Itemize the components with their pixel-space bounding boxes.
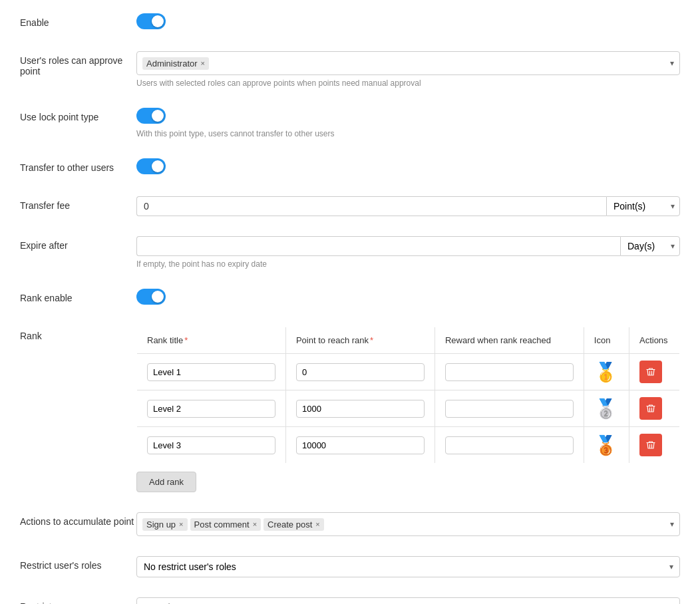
admin-tag-remove[interactable]: × xyxy=(201,59,205,67)
required-star-points: * xyxy=(370,335,373,345)
restrict-users-content xyxy=(136,597,680,604)
rank-icon-cell: 🥉 xyxy=(584,427,629,464)
delete-rank-button[interactable] xyxy=(639,397,662,420)
transfer-fee-input-group: Point(s) Percent(%) xyxy=(136,196,680,216)
col-reward: Reward when rank reached xyxy=(435,327,584,354)
rank-points-input[interactable] xyxy=(296,363,425,381)
rank-enable-label: Rank enable xyxy=(20,289,136,303)
accumulate-content: Sign up×Post comment×Create post×▾ xyxy=(136,512,680,536)
rank-reward-cell xyxy=(435,427,584,464)
delete-rank-button[interactable] xyxy=(639,434,662,456)
expire-unit-wrapper: Day(s) xyxy=(620,236,680,256)
rank-title-input[interactable] xyxy=(147,363,275,381)
restrict-roles-select-wrapper: No restrict user's roles xyxy=(136,556,680,577)
rank-content: Rank title* Point to reach rank* Reward … xyxy=(136,327,680,492)
trash-icon xyxy=(646,404,655,413)
accumulate-tag: Create post× xyxy=(263,518,324,531)
roles-select[interactable]: Administrator × ▾ xyxy=(136,51,680,75)
rank-title-input[interactable] xyxy=(147,436,275,454)
rank-table-header: Rank title* Point to reach rank* Reward … xyxy=(137,327,680,354)
expire-label: Expire after xyxy=(20,236,136,251)
required-star-title: * xyxy=(184,335,188,345)
lock-point-toggle[interactable] xyxy=(136,108,166,124)
transfer-fee-unit-wrapper: Point(s) Percent(%) xyxy=(606,196,680,216)
lock-point-hint: With this point type, users cannot trans… xyxy=(136,129,680,138)
rank-medal-icon: 🥇 xyxy=(594,361,619,383)
rank-actions-cell xyxy=(629,427,679,464)
col-icon: Icon xyxy=(584,327,629,354)
rank-label: Rank xyxy=(20,327,136,341)
rank-actions-cell xyxy=(629,390,679,427)
rank-icon-cell: 🥇 xyxy=(584,354,629,390)
enable-row: Enable xyxy=(20,13,680,38)
enable-toggle[interactable] xyxy=(136,13,166,29)
roles-row: User's roles can approve point Administr… xyxy=(20,51,680,94)
roles-dropdown-arrow: ▾ xyxy=(670,59,674,68)
transfer-fee-content: Point(s) Percent(%) xyxy=(136,196,680,216)
expire-content: Day(s) If empty, the point has no expiry… xyxy=(136,236,680,269)
rank-medal-icon: 🥉 xyxy=(594,434,619,456)
col-points: Point to reach rank* xyxy=(285,327,435,354)
accumulate-tag-remove[interactable]: × xyxy=(179,520,183,528)
roles-hint: Users with selected roles can approve po… xyxy=(136,78,680,88)
lock-point-content: With this point type, users cannot trans… xyxy=(136,108,680,138)
restrict-users-input[interactable] xyxy=(136,597,680,604)
expire-input[interactable] xyxy=(136,236,620,256)
rank-title-cell xyxy=(137,427,286,464)
transfer-content xyxy=(136,158,680,176)
col-rank-title: Rank title* xyxy=(137,327,286,354)
rank-reward-input[interactable] xyxy=(445,363,574,381)
rank-table: Rank title* Point to reach rank* Reward … xyxy=(136,327,680,464)
table-row: 🥈 xyxy=(137,390,680,427)
transfer-fee-label: Transfer fee xyxy=(20,196,136,211)
rank-enable-row: Rank enable xyxy=(20,289,680,313)
accumulate-select[interactable]: Sign up×Post comment×Create post×▾ xyxy=(136,512,680,536)
restrict-roles-label: Restrict user's roles xyxy=(20,556,136,571)
restrict-users-label: Restrict users xyxy=(20,597,136,604)
transfer-row: Transfer to other users xyxy=(20,158,680,183)
rank-title-cell xyxy=(137,354,286,390)
transfer-fee-row: Transfer fee Point(s) Percent(%) xyxy=(20,196,680,223)
rank-reward-cell xyxy=(435,390,584,427)
enable-content xyxy=(136,13,680,31)
roles-label: User's roles can approve point xyxy=(20,51,136,76)
accumulate-label: Actions to accumulate point xyxy=(20,512,136,527)
transfer-toggle[interactable] xyxy=(136,158,166,174)
rank-medal-icon: 🥈 xyxy=(594,398,619,420)
rank-points-cell xyxy=(285,427,435,464)
rank-reward-input[interactable] xyxy=(445,436,574,454)
accumulate-row: Actions to accumulate point Sign up×Post… xyxy=(20,512,680,543)
col-actions: Actions xyxy=(629,327,679,354)
add-rank-button[interactable]: Add rank xyxy=(136,472,196,492)
restrict-roles-select[interactable]: No restrict user's roles xyxy=(136,556,680,577)
expire-input-group: Day(s) xyxy=(136,236,680,256)
rank-title-input[interactable] xyxy=(147,400,275,418)
delete-rank-button[interactable] xyxy=(639,361,662,383)
rank-title-cell xyxy=(137,390,286,427)
restrict-users-row: Restrict users xyxy=(20,597,680,604)
expire-unit-select[interactable]: Day(s) xyxy=(620,236,680,256)
rank-enable-content xyxy=(136,289,680,307)
rank-points-input[interactable] xyxy=(296,436,425,454)
accumulate-tag: Sign up× xyxy=(142,518,188,531)
rank-row: Rank Rank title* Point to reach rank* Re… xyxy=(20,327,680,499)
rank-actions-cell xyxy=(629,354,679,390)
accumulate-tag: Post comment× xyxy=(190,518,262,531)
expire-hint: If empty, the point has no expiry date xyxy=(136,259,680,269)
table-row: 🥇 xyxy=(137,354,680,390)
rank-points-cell xyxy=(285,390,435,427)
expire-row: Expire after Day(s) If empty, the point … xyxy=(20,236,680,275)
rank-reward-input[interactable] xyxy=(445,400,574,418)
accumulate-tag-remove[interactable]: × xyxy=(315,520,319,528)
admin-tag: Administrator × xyxy=(142,57,209,70)
enable-label: Enable xyxy=(20,13,136,28)
transfer-fee-input[interactable] xyxy=(136,196,606,216)
transfer-fee-unit-select[interactable]: Point(s) Percent(%) xyxy=(606,196,680,216)
trash-icon xyxy=(646,440,655,450)
trash-icon xyxy=(646,367,655,377)
table-row: 🥉 xyxy=(137,427,680,464)
accumulate-tag-remove[interactable]: × xyxy=(253,520,257,528)
rank-points-input[interactable] xyxy=(296,400,425,418)
rank-enable-toggle[interactable] xyxy=(136,289,166,305)
rank-reward-cell xyxy=(435,354,584,390)
